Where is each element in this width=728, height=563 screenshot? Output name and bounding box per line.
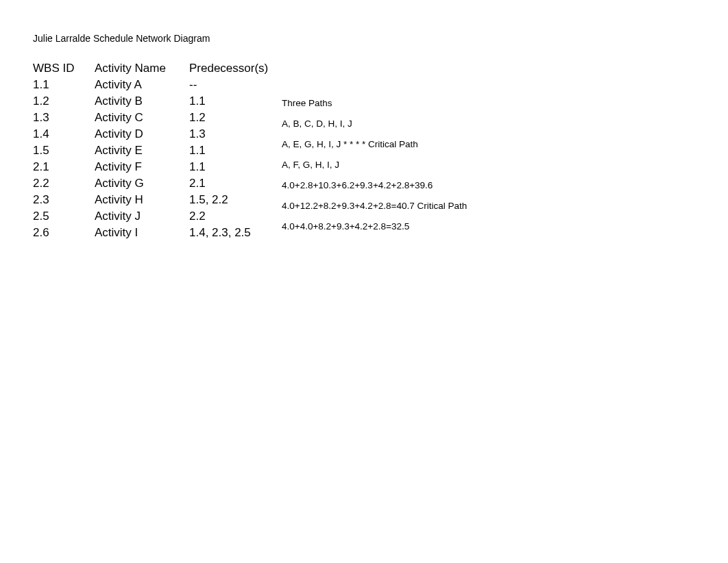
cell-wbs: 1.1	[33, 77, 82, 93]
cell-predecessor: 1.3	[189, 126, 268, 142]
cell-wbs: 2.3	[33, 192, 82, 208]
cell-name: Activity E	[95, 142, 177, 159]
path-line: A, F, G, H, I, J	[282, 155, 467, 175]
cell-predecessor: 1.1	[189, 142, 268, 159]
column-wbs: WBS ID 1.1 1.2 1.3 1.4 1.5 2.1 2.2 2.3 2…	[33, 60, 82, 241]
path-calc: 4.0+4.0+8.2+9.3+4.2+2.8=32.5	[282, 216, 467, 237]
cell-name: Activity I	[95, 225, 177, 241]
cell-name: Activity A	[95, 77, 177, 93]
paths-section: Three Paths A, B, C, D, H, I, J A, E, G,…	[282, 60, 467, 241]
cell-name: Activity D	[95, 126, 177, 142]
header-wbs: WBS ID	[33, 60, 82, 77]
cell-predecessor: 1.1	[189, 159, 268, 175]
cell-name: Activity B	[95, 93, 177, 110]
cell-predecessor: 2.2	[189, 208, 268, 225]
cell-predecessor: 2.1	[189, 175, 268, 192]
cell-wbs: 1.2	[33, 93, 82, 110]
path-line: A, B, C, D, H, I, J	[282, 114, 467, 134]
path-calc-critical: 4.0+12.2+8.2+9.3+4.2+2.8=40.7 Critical P…	[282, 196, 467, 216]
cell-name: Activity J	[95, 208, 177, 225]
cell-wbs: 2.5	[33, 208, 82, 225]
cell-wbs: 1.5	[33, 142, 82, 159]
cell-wbs: 2.6	[33, 225, 82, 241]
header-predecessor: Predecessor(s)	[189, 60, 268, 77]
cell-name: Activity C	[95, 110, 177, 126]
column-predecessor: Predecessor(s) -- 1.1 1.2 1.3 1.1 1.1 2.…	[189, 60, 268, 241]
cell-predecessor: 1.4, 2.3, 2.5	[189, 225, 268, 241]
paths-heading: Three Paths	[282, 93, 467, 114]
cell-predecessor: --	[189, 77, 268, 93]
cell-wbs: 1.4	[33, 126, 82, 142]
cell-wbs: 1.3	[33, 110, 82, 126]
page-title: Julie Larralde Schedule Network Diagram	[33, 33, 695, 44]
column-name: Activity Name Activity A Activity B Acti…	[95, 60, 177, 241]
cell-predecessor: 1.2	[189, 110, 268, 126]
header-name: Activity Name	[95, 60, 177, 77]
cell-name: Activity G	[95, 175, 177, 192]
content-area: WBS ID 1.1 1.2 1.3 1.4 1.5 2.1 2.2 2.3 2…	[33, 60, 695, 241]
path-calc: 4.0+2.8+10.3+6.2+9.3+4.2+2.8+39.6	[282, 175, 467, 196]
activity-table: WBS ID 1.1 1.2 1.3 1.4 1.5 2.1 2.2 2.3 2…	[33, 60, 268, 241]
cell-wbs: 2.1	[33, 159, 82, 175]
cell-wbs: 2.2	[33, 175, 82, 192]
cell-name: Activity F	[95, 159, 177, 175]
cell-name: Activity H	[95, 192, 177, 208]
cell-predecessor: 1.1	[189, 93, 268, 110]
cell-predecessor: 1.5, 2.2	[189, 192, 268, 208]
path-line-critical: A, E, G, H, I, J * * * * Critical Path	[282, 134, 467, 155]
